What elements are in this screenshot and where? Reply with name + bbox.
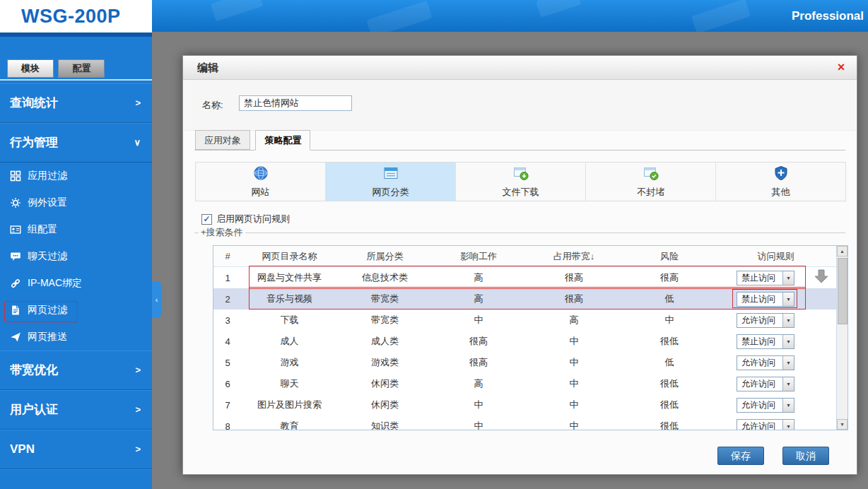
table-row[interactable]: 5 游戏 游戏类 很高 中 低 允许访问▼ <box>213 352 836 373</box>
col-header-sort-bandwidth[interactable]: 占用带宽↓ <box>524 250 623 263</box>
save-button[interactable]: 保存 <box>717 447 764 465</box>
sidebar-section-bandwidth[interactable]: 带宽优化 > <box>0 350 152 390</box>
access-rule-value: 允许访问 <box>737 357 782 369</box>
sidebar-item-exception-settings[interactable]: 例外设置 <box>0 189 152 216</box>
row-risk: 很低 <box>623 335 715 348</box>
sidebar-section-vpn[interactable]: VPN > <box>0 430 152 469</box>
name-input[interactable] <box>239 95 352 111</box>
chevron-down-icon: ▼ <box>782 293 794 306</box>
row-risk: 很高 <box>623 271 715 284</box>
row-risk: 很低 <box>623 420 715 430</box>
row-category: 休闲类 <box>337 399 433 411</box>
row-num: 5 <box>213 358 242 368</box>
row-risk: 很低 <box>623 377 715 390</box>
access-rule-select[interactable]: 禁止访问▼ <box>737 271 794 285</box>
gear-icon <box>10 197 21 208</box>
collapse-arrow-icon: ‹ <box>156 295 158 304</box>
row-category: 休闲类 <box>337 377 433 390</box>
sidebar-section-user-auth[interactable]: 用户认证 > <box>0 390 152 430</box>
edit-dialog: 编辑 × 名称: 应用对象 策略配置 网站 网页分类 文件下载 <box>182 55 857 475</box>
row-name: 成人 <box>242 335 337 348</box>
sidebar-item-app-filter[interactable]: 应用过滤 <box>0 163 152 189</box>
sidebar-collapse-handle[interactable]: ‹ <box>152 281 161 318</box>
chat-bubble-icon <box>10 251 21 262</box>
download-icon <box>513 165 529 183</box>
scrollbar-thumb[interactable] <box>838 258 848 324</box>
search-condition-label[interactable]: +搜索条件 <box>199 226 245 239</box>
chevron-down-icon: ∨ <box>134 124 141 162</box>
sidebar-menu: 查询统计 > 行为管理 ∨ 应用过滤 例外设置 组配置 <box>0 83 152 485</box>
row-category: 知识类 <box>337 420 433 430</box>
chevron-down-icon: ▼ <box>782 271 794 285</box>
scroll-up-button[interactable]: ▲ <box>837 246 848 257</box>
tab-modules[interactable]: 模块 <box>7 59 54 78</box>
category-no-block[interactable]: 不封堵 <box>586 163 716 201</box>
enable-rule-label: 启用网页访问规则 <box>216 213 290 225</box>
access-rule-select[interactable]: 允许访问▼ <box>737 377 794 391</box>
sidebar-item-group-config[interactable]: 组配置 <box>0 216 152 243</box>
section-label: 带宽优化 <box>10 363 58 377</box>
row-num: 3 <box>213 315 242 326</box>
sidebar-item-label: 网页推送 <box>28 331 67 343</box>
table-row[interactable]: 6 聊天 休闲类 高 中 很低 允许访问▼ <box>213 373 836 394</box>
access-rule-select[interactable]: 允许访问▼ <box>737 313 794 328</box>
sidebar-section-query-stats[interactable]: 查询统计 > <box>0 83 152 123</box>
sidebar-item-ip-mac-binding[interactable]: IP-MAC绑定 <box>0 270 152 297</box>
chevron-right-icon: > <box>135 351 141 389</box>
category-other[interactable]: 其他 <box>716 163 845 201</box>
access-rule-value: 禁止访问 <box>737 336 782 348</box>
row-name: 游戏 <box>242 356 337 369</box>
table-row[interactable]: 8 教育 知识类 中 中 很低 允许访问▼ <box>213 416 836 430</box>
access-rule-value: 允许访问 <box>737 399 782 411</box>
tab-policy-config[interactable]: 策略配置 <box>255 130 310 151</box>
access-rule-select[interactable]: 允许访问▼ <box>737 355 794 370</box>
row-name: 图片及图片搜索 <box>242 399 337 411</box>
col-header: 风险 <box>623 250 715 263</box>
section-label: 用户认证 <box>10 403 58 416</box>
sidebar-section-behavior-mgmt[interactable]: 行为管理 ∨ <box>0 123 152 163</box>
row-category: 游戏类 <box>337 356 433 369</box>
tab-apply-target[interactable]: 应用对象 <box>195 130 250 150</box>
id-card-icon <box>10 224 21 235</box>
table-row[interactable]: 7 图片及图片搜索 休闲类 中 中 很低 允许访问▼ <box>213 394 836 416</box>
category-web-class[interactable]: 网页分类 <box>326 163 456 201</box>
sidebar-item-chat-filter[interactable]: 聊天过滤 <box>0 243 152 270</box>
category-file-download[interactable]: 文件下载 <box>456 163 586 201</box>
category-table: # 网页目录名称 所属分类 影响工作 占用带宽↓ 风险 访问规则 1 网盘与文件… <box>213 245 848 430</box>
table-row[interactable]: 3 下载 带宽类 中 高 中 允许访问▼ <box>213 310 836 331</box>
row-num: 6 <box>213 379 242 389</box>
grid-icon <box>10 170 21 182</box>
row-work: 很高 <box>433 356 524 369</box>
row-num: 2 <box>213 294 242 305</box>
row-bandwidth: 很高 <box>524 293 623 305</box>
access-rule-select[interactable]: 禁止访问▼ <box>737 334 794 349</box>
move-down-icon[interactable] <box>813 269 830 284</box>
table-row[interactable]: 1 网盘与文件共享 信息技术类 高 很高 很高 禁止访问▼ <box>213 267 836 288</box>
table-body: # 网页目录名称 所属分类 影响工作 占用带宽↓ 风险 访问规则 1 网盘与文件… <box>213 246 836 430</box>
name-row: 名称: <box>184 80 856 131</box>
enable-rule-row: ✓ 启用网页访问规则 <box>201 213 290 225</box>
scroll-down-button[interactable]: ▼ <box>837 419 848 430</box>
row-name: 聊天 <box>242 377 337 390</box>
table-row[interactable]: 2 音乐与视频 带宽类 高 很高 低 禁止访问▼ <box>213 288 836 310</box>
access-rule-value: 禁止访问 <box>737 272 782 284</box>
row-risk: 低 <box>623 356 715 369</box>
sidebar-item-web-filter[interactable]: 网页过滤 <box>0 297 152 324</box>
row-bandwidth: 中 <box>524 420 623 430</box>
row-bandwidth: 中 <box>524 335 623 348</box>
tab-config[interactable]: 配置 <box>58 59 105 78</box>
sidebar-item-label: 例外设置 <box>28 196 67 209</box>
app-logo: WSG-200P <box>0 0 152 33</box>
access-rule-select[interactable]: 允许访问▼ <box>737 419 794 430</box>
row-num: 7 <box>213 400 242 411</box>
access-rule-value: 禁止访问 <box>737 293 782 305</box>
access-rule-select[interactable]: 允许访问▼ <box>737 398 794 413</box>
sidebar-item-web-push[interactable]: 网页推送 <box>0 324 152 350</box>
access-rule-select[interactable]: 禁止访问▼ <box>737 292 794 307</box>
close-icon[interactable]: × <box>834 60 848 74</box>
enable-rule-checkbox[interactable]: ✓ <box>201 214 212 225</box>
category-website[interactable]: 网站 <box>196 163 326 201</box>
cancel-button[interactable]: 取消 <box>782 447 829 465</box>
table-row[interactable]: 4 成人 成人类 很高 中 很低 禁止访问▼ <box>213 331 836 352</box>
row-name: 网盘与文件共享 <box>242 271 337 284</box>
